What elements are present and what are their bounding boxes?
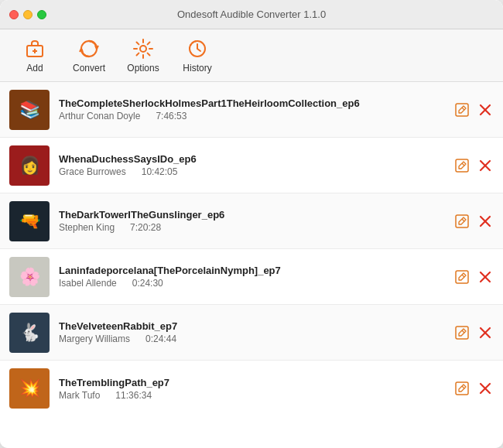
thumbnail-emoji: 👩 (9, 145, 50, 186)
item-author: Arthur Conan Doyle (59, 111, 140, 121)
delete-button[interactable] (477, 268, 494, 286)
svg-line-23 (462, 330, 464, 333)
item-author: Isabel Allende (59, 278, 117, 289)
item-duration: 10:42:05 (142, 166, 178, 177)
list-item: 💥 TheTremblingPath_ep7 Mark Tufo 11:36:3… (0, 361, 503, 416)
item-actions (453, 268, 494, 286)
item-title: TheVelveteenRabbit_ep7 (59, 320, 444, 332)
edit-button[interactable] (453, 213, 470, 230)
options-button[interactable]: Options (116, 34, 170, 77)
edit-button[interactable] (453, 101, 470, 118)
item-duration: 0:24:44 (145, 333, 176, 344)
svg-line-19 (462, 275, 464, 277)
list-item: 🐇 TheVelveteenRabbit_ep7 Margery William… (0, 305, 503, 361)
edit-button[interactable] (453, 380, 470, 397)
svg-rect-26 (456, 382, 468, 395)
item-thumbnail: 🌸 (9, 257, 50, 297)
item-info: TheVelveteenRabbit_ep7 Margery Williams … (59, 320, 444, 344)
list-item: 🌸 Laninfadeporcelana[ThePorcelainNymph]_… (0, 249, 503, 305)
item-meta: Margery Williams 0:24:44 (59, 333, 444, 344)
item-duration: 0:24:30 (132, 278, 163, 289)
item-author: Mark Tufo (59, 390, 100, 401)
thumbnail-emoji: 💥 (9, 368, 50, 409)
traffic-lights (9, 10, 46, 19)
item-thumbnail: 📚 (9, 90, 50, 130)
item-author: Stephen King (59, 222, 115, 233)
add-label: Add (26, 63, 43, 74)
svg-rect-18 (456, 271, 468, 283)
history-icon (186, 38, 208, 60)
item-info: Laninfadeporcelana[ThePorcelainNymph]_ep… (59, 265, 444, 289)
window-title: Ondesoft Audible Converter 1.1.0 (177, 9, 326, 20)
thumbnail-emoji: 🌸 (9, 257, 50, 297)
item-title: TheDarkTowerITheGunslinger_ep6 (59, 209, 444, 221)
delete-button[interactable] (477, 101, 494, 118)
svg-rect-14 (456, 215, 468, 227)
item-info: TheCompleteSherlockHolmesPart1TheHeirloo… (59, 97, 444, 121)
item-title: WhenaDuchessSaysIDo_ep6 (59, 153, 444, 165)
thumbnail-emoji: 📚 (9, 90, 50, 130)
delete-button[interactable] (477, 324, 494, 341)
list-item: 👩 WhenaDuchessSaysIDo_ep6 Grace Burrowes… (0, 138, 503, 193)
item-duration: 7:46:53 (156, 111, 186, 121)
item-thumbnail: 🐇 (9, 313, 50, 353)
item-author: Margery Williams (59, 333, 130, 344)
list-item: 🔫 TheDarkTowerITheGunslinger_ep6 Stephen… (0, 193, 503, 249)
toolbar: Add Convert Opt (0, 29, 503, 82)
history-label: History (183, 63, 211, 74)
edit-button[interactable] (453, 268, 470, 286)
add-button[interactable]: Add (8, 34, 62, 77)
convert-button[interactable]: Convert (62, 34, 116, 77)
svg-rect-10 (456, 159, 468, 172)
item-meta: Stephen King 7:20:28 (59, 222, 444, 233)
item-meta: Mark Tufo 11:36:34 (59, 390, 444, 401)
item-info: TheDarkTowerITheGunslinger_ep6 Stephen K… (59, 209, 444, 233)
minimize-button[interactable] (23, 10, 33, 19)
delete-button[interactable] (477, 213, 494, 230)
svg-rect-6 (456, 104, 468, 116)
item-thumbnail: 💥 (9, 368, 50, 409)
item-actions (453, 324, 494, 341)
item-info: TheTremblingPath_ep7 Mark Tufo 11:36:34 (59, 377, 444, 401)
item-actions (453, 380, 494, 397)
item-info: WhenaDuchessSaysIDo_ep6 Grace Burrowes 1… (59, 153, 444, 177)
convert-label: Convert (73, 63, 105, 74)
svg-point-4 (140, 46, 146, 52)
item-meta: Grace Burrowes 10:42:05 (59, 166, 444, 177)
title-bar: Ondesoft Audible Converter 1.1.0 (0, 0, 503, 29)
svg-rect-22 (456, 327, 468, 339)
options-icon (132, 38, 154, 60)
item-title: TheCompleteSherlockHolmesPart1TheHeirloo… (59, 97, 444, 109)
item-actions (453, 213, 494, 230)
thumbnail-emoji: 🐇 (9, 313, 50, 353)
item-thumbnail: 🔫 (9, 201, 50, 241)
content-list: 📚 TheCompleteSherlockHolmesPart1TheHeirl… (0, 82, 503, 448)
delete-button[interactable] (477, 380, 494, 397)
svg-line-15 (462, 219, 464, 221)
thumbnail-emoji: 🔫 (9, 201, 50, 241)
item-meta: Isabel Allende 0:24:30 (59, 278, 444, 289)
item-thumbnail: 👩 (9, 145, 50, 186)
list-item: 📚 TheCompleteSherlockHolmesPart1TheHeirl… (0, 82, 503, 138)
item-duration: 7:20:28 (130, 222, 161, 233)
close-button[interactable] (9, 10, 19, 19)
svg-line-27 (462, 386, 464, 388)
svg-line-11 (462, 163, 464, 166)
history-button[interactable]: History (170, 34, 224, 77)
item-meta: Arthur Conan Doyle 7:46:53 (59, 111, 444, 121)
convert-icon (78, 38, 100, 60)
edit-button[interactable] (453, 324, 470, 341)
item-duration: 11:36:34 (115, 390, 152, 401)
item-author: Grace Burrowes (59, 166, 126, 177)
svg-line-7 (462, 108, 464, 110)
maximize-button[interactable] (37, 10, 46, 19)
item-actions (453, 101, 494, 118)
edit-button[interactable] (453, 157, 470, 174)
item-title: TheTremblingPath_ep7 (59, 377, 444, 388)
delete-button[interactable] (477, 157, 494, 174)
item-title: Laninfadeporcelana[ThePorcelainNymph]_ep… (59, 265, 444, 276)
options-label: Options (127, 63, 159, 74)
add-icon (24, 38, 46, 60)
app-window: Ondesoft Audible Converter 1.1.0 Add (0, 0, 503, 448)
item-actions (453, 157, 494, 174)
